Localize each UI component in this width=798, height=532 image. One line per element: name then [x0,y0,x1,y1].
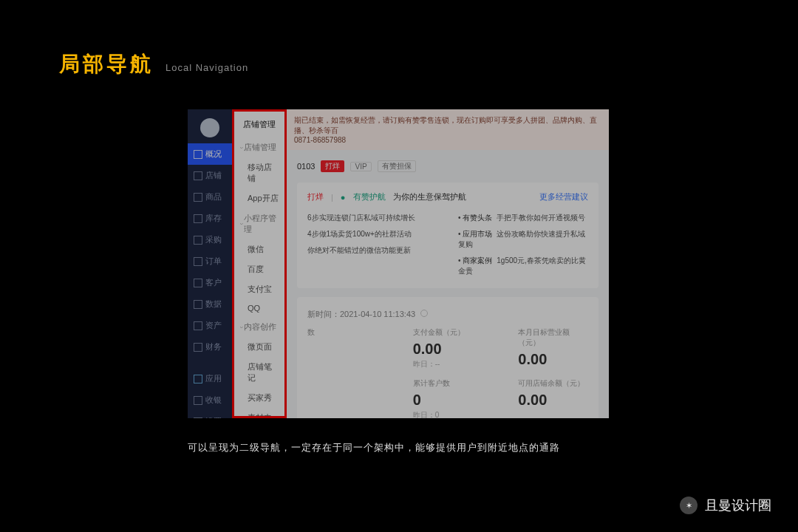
submenu-highlight: 店铺管理 店铺管理 移动店铺 App开店 小程序管理 微信 百度 支付宝 QQ … [232,109,287,418]
submenu-group-content[interactable]: 内容创作 [234,317,284,337]
caption: 可以呈现为二级导航，一定存在于同一个架构中，能够提供用户到附近地点的通路 [188,441,560,454]
sidebar-item-label: 商品 [205,191,222,202]
title-sub: Local Navigation [166,62,248,73]
submenu-group-shop[interactable]: 店铺管理 [234,137,284,157]
header-row: 0103 打烊 VIP 有赞担保 [297,150,598,183]
title-main: 局部导航 [59,50,154,78]
update-time: 新时间：2021-04-10 11:13:43 [307,306,588,327]
sidebar-item-label: 概况 [205,149,222,160]
panel-brand: 有赞护航 [353,191,386,202]
submenu-item[interactable]: 买家秀 [234,388,284,408]
finance-icon [194,343,202,352]
sidebar-item-overview[interactable]: 概况 [188,143,232,165]
submenu-item[interactable]: App开店 [234,188,284,208]
stat-label: 支付金额（元） [413,327,483,338]
guarantee-badge: 有赞担保 [378,160,416,172]
shop-icon [194,171,202,180]
sidebar-item-label: 应用 [205,373,222,384]
sidebar-item-label: 库存 [205,213,222,224]
sidebar-item-order[interactable]: 订单 [188,250,232,272]
notice-banner: 期已结束，如需恢复经营，请订购有赞零售连锁，现在订购即可享受多人拼团、品牌内购、… [287,109,609,150]
sidebar-item-purchase[interactable]: 采购 [188,229,232,250]
sidebar-item-label: 收银 [205,395,222,406]
cashier-icon [194,396,202,405]
sidebar-item-label: 客户 [205,277,222,288]
sidebar-item-label: 设置 [205,416,222,418]
guide-panel: 打烊 | ● 有赞护航 为你的生意保驾护航 更多经营建议 6步实现连锁门店私域可… [297,183,598,288]
list-item[interactable]: • 有赞头条手把手教你如何开通视频号 [458,210,588,226]
submenu-group-miniprogram[interactable]: 小程序管理 [234,208,284,239]
sidebar-item-finance[interactable]: 财务 [188,336,232,358]
stat-block: 本月目标营业额（元） 0.00 [518,327,588,369]
panel-status: 打烊 [307,191,324,202]
stat-label: 数 [307,327,378,338]
refresh-icon[interactable] [420,310,428,317]
submenu-item[interactable]: QQ [234,299,284,317]
stat-block: 支付金额（元） 0.00 昨日：-- [413,327,483,369]
stat-sub: 昨日：0 [413,410,483,418]
brand-text: 且曼设计圈 [705,497,771,514]
shop-id: 0103 [297,162,315,171]
sidebar-item-data[interactable]: 数据 [188,293,232,315]
data-icon [194,300,202,309]
gear-icon [194,417,202,419]
submenu-item[interactable]: 素材中心 [234,408,284,418]
sidebar-item-asset[interactable]: 资产 [188,315,232,336]
submenu-item[interactable]: 微信 [234,239,284,259]
list-item[interactable]: • 商家案例1g500元,春茶凭啥卖的比黄金贵 [458,253,588,279]
status-badge: 打烊 [321,160,344,172]
brand-row: ✶ 且曼设计圈 [680,497,771,514]
stat-block: 累计客户数 0 昨日：0 [413,378,483,418]
sidebar-item-label: 数据 [205,299,222,310]
avatar[interactable] [200,118,219,137]
more-link[interactable]: 更多经营建议 [539,191,588,202]
sidebar-item-customer[interactable]: 客户 [188,272,232,293]
order-icon [194,257,202,266]
stat-block: 可用店铺余额（元） 0.00 [518,378,588,418]
submenu-item[interactable]: 微页面 [234,337,284,357]
sidebar-item-label: 订单 [205,256,222,267]
customer-icon [194,279,202,287]
overview-icon [194,150,202,159]
goods-icon [194,193,202,202]
submenu-item[interactable]: 支付宝 [234,279,284,299]
apps-icon [194,375,202,383]
stat-sub: 昨日：-- [413,359,483,369]
stock-icon [194,214,202,223]
list-item[interactable]: 你绝对不能错过的微信功能更新 [307,242,437,259]
notice-phone: 0871-86857988 [294,136,346,144]
sidebar-item-label: 店铺 [205,170,222,181]
stat-value: 0.00 [518,389,588,410]
stat-block [307,378,378,418]
stat-label: 可用店铺余额（元） [518,378,588,389]
list-item[interactable]: • 应用市场这份攻略助你快速提升私域复购 [458,226,588,253]
stat-value: 0.00 [518,348,588,369]
sidebar-item-shop[interactable]: 店铺 [188,165,232,186]
sidebar-item-stock[interactable]: 库存 [188,208,232,229]
notice-text: 期已结束，如需恢复经营，请订购有赞零售连锁，现在订购即可享受多人拼团、品牌内购、… [294,116,597,134]
sidebar-item-goods[interactable]: 商品 [188,186,232,208]
stat-block: 数 [307,327,378,369]
sidebar-item-settings[interactable]: 设置 [188,411,232,418]
sidebar-item-apps[interactable]: 应用 [188,368,232,389]
sidebar-item-label: 资产 [205,320,222,331]
sidebar: 概况 店铺 商品 库存 采购 订单 客户 数据 资产 财务 应用 收银 设置 [188,109,232,418]
vip-badge: VIP [350,162,371,171]
submenu-item[interactable]: 移动店铺 [234,157,284,188]
stat-value: 0.00 [413,338,483,359]
asset-icon [194,321,202,330]
sidebar-item-label: 采购 [205,234,222,245]
submenu-title: 店铺管理 [234,112,284,137]
screenshot-frame: 概况 店铺 商品 库存 采购 订单 客户 数据 资产 财务 应用 收银 设置 店… [188,109,609,418]
list-item[interactable]: 4步做1场卖货100w+的社群活动 [307,226,437,242]
panel-slogan: 为你的生意保驾护航 [393,191,466,202]
shield-icon: ● [341,193,346,202]
list-item[interactable]: 6步实现连锁门店私域可持续增长 [307,210,437,226]
submenu-item[interactable]: 店铺笔记 [234,357,284,388]
submenu-item[interactable]: 百度 [234,259,284,279]
sidebar-item-label: 财务 [205,341,222,352]
main-content: 期已结束，如需恢复经营，请订购有赞零售连锁，现在订购即可享受多人拼团、品牌内购、… [287,109,609,418]
sidebar-item-cashier[interactable]: 收银 [188,389,232,411]
stat-label: 累计客户数 [413,378,483,389]
slide-title: 局部导航 Local Navigation [59,50,248,78]
